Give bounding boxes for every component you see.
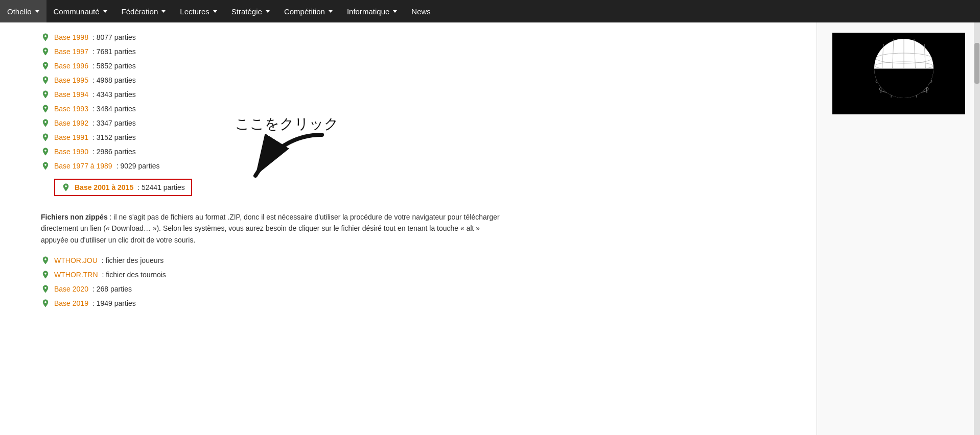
base-link[interactable]: Base 1977 à 1989 — [54, 162, 112, 170]
list-item: Base 1993: 3484 parties — [41, 104, 801, 113]
list-item: Base 1995: 4968 parties — [41, 76, 801, 85]
base-link[interactable]: Base 1995 — [54, 76, 88, 84]
list-item: Base 1996: 5852 parties — [41, 61, 801, 70]
base-text: : 4343 parties — [92, 90, 136, 99]
list-item: Base 1990: 2986 parties — [41, 147, 801, 156]
nav-label: Compétition — [284, 7, 325, 16]
base-link[interactable]: Base 1991 — [54, 133, 88, 141]
base-link[interactable]: Base 1998 — [54, 33, 88, 41]
nav-item-comp-tition[interactable]: Compétition — [277, 0, 340, 22]
base-link[interactable]: Base 1994 — [54, 90, 88, 99]
main-navigation: OthelloCommunautéFédérationLecturesStrat… — [0, 0, 980, 22]
pin-icon — [41, 61, 50, 70]
base-link[interactable]: Base 2019 — [54, 299, 88, 307]
pin-icon — [41, 284, 50, 294]
description-text: Fichiers non zippés : il ne s'agit pas d… — [41, 211, 501, 246]
base-2001-2015-link[interactable]: Base 2001 à 2015 — [75, 183, 133, 191]
nav-label: Informatique — [347, 7, 389, 16]
pin-icon — [41, 118, 50, 128]
list-item: Base 1991: 3152 parties — [41, 133, 801, 142]
list-item: Base 2020: 268 parties — [41, 284, 801, 294]
base-text: : 5852 parties — [92, 62, 136, 70]
base-text: : 9029 parties — [116, 162, 160, 170]
nav-item-strat-gie[interactable]: Stratégie — [224, 0, 277, 22]
sidebar-image — [832, 33, 965, 114]
description-strong: Fichiers non zippés — [41, 213, 108, 221]
list-item: Base 1992: 3347 parties — [41, 118, 801, 128]
base-link[interactable]: Base 1990 — [54, 148, 88, 156]
list-item: Base 1997: 7681 parties — [41, 47, 801, 56]
nav-item-lectures[interactable]: Lectures — [173, 0, 224, 22]
base-link[interactable]: Base 1992 — [54, 119, 88, 127]
scrollbar-thumb[interactable] — [974, 43, 979, 84]
pin-icon — [41, 299, 50, 308]
pin-icon — [41, 104, 50, 113]
list-item: Base 1994: 4343 parties — [41, 90, 801, 99]
pin-icon — [41, 161, 50, 171]
pin-icon — [41, 90, 50, 99]
base-link[interactable]: Base 2020 — [54, 285, 88, 293]
nav-item-communaut-[interactable]: Communauté — [46, 0, 114, 22]
base-text: : 4968 parties — [92, 76, 136, 84]
scrollbar[interactable] — [974, 22, 980, 435]
base-link[interactable]: WTHOR.JOU — [54, 256, 98, 264]
base-text: : 3484 parties — [92, 105, 136, 113]
list-item: WTHOR.JOU: fichier des joueurs — [41, 256, 801, 265]
list-item: WTHOR.TRN: fichier des tournois — [41, 270, 801, 279]
nav-label: Stratégie — [231, 7, 262, 16]
base-2001-2015-text: : 52441 parties — [137, 183, 185, 191]
base-text: : 268 parties — [92, 285, 132, 293]
caret-icon — [35, 10, 39, 13]
annotation-area: ここをクリック Base 2001 à 2015 : 52441 parties — [41, 176, 801, 199]
description-rest: : il ne s'agit pas de fichiers au format… — [41, 213, 500, 244]
svg-rect-14 — [934, 33, 950, 114]
pin-icon — [41, 256, 50, 265]
list-item: Base 1977 à 1989: 9029 parties — [41, 161, 801, 171]
base-text: : fichier des tournois — [102, 271, 166, 279]
nav-label: Communauté — [54, 7, 100, 16]
pin-icon — [41, 147, 50, 156]
pin-icon — [41, 33, 50, 42]
base-link[interactable]: Base 1993 — [54, 105, 88, 113]
pin-icon — [41, 76, 50, 85]
othello-logo — [848, 33, 950, 114]
highlighted-base-item[interactable]: Base 2001 à 2015 : 52441 parties — [54, 179, 192, 196]
nav-item-news[interactable]: News — [404, 0, 438, 22]
base-list-bottom: WTHOR.JOU: fichier des joueursWTHOR.TRN:… — [41, 256, 801, 308]
caret-icon — [393, 10, 397, 13]
nav-item-informatique[interactable]: Informatique — [340, 0, 404, 22]
base-link[interactable]: WTHOR.TRN — [54, 271, 98, 279]
caret-icon — [329, 10, 333, 13]
nav-label: News — [411, 7, 431, 16]
list-item: Base 1998: 8077 parties — [41, 33, 801, 42]
list-item: Base 2019: 1949 parties — [41, 299, 801, 308]
base-text: : fichier des joueurs — [102, 256, 164, 264]
caret-icon — [103, 10, 107, 13]
sidebar — [816, 22, 980, 435]
base-text: : 2986 parties — [92, 148, 136, 156]
nav-label: Lectures — [180, 7, 209, 16]
pin-icon — [41, 133, 50, 142]
base-list-top: Base 1998: 8077 partiesBase 1997: 7681 p… — [41, 33, 801, 171]
base-link[interactable]: Base 1997 — [54, 47, 88, 56]
base-link[interactable]: Base 1996 — [54, 62, 88, 70]
base-text: : 1949 parties — [92, 299, 136, 307]
main-content: Base 1998: 8077 partiesBase 1997: 7681 p… — [0, 22, 816, 435]
base-text: : 7681 parties — [92, 47, 136, 56]
pin-icon — [41, 270, 50, 279]
nav-item-f-d-ration[interactable]: Fédération — [114, 0, 173, 22]
pin-icon — [61, 183, 71, 192]
pin-icon — [41, 47, 50, 56]
nav-label: Fédération — [122, 7, 158, 16]
caret-icon — [266, 10, 270, 13]
caret-icon — [161, 10, 166, 13]
caret-icon — [213, 10, 217, 13]
base-text: : 3347 parties — [92, 119, 136, 127]
base-text: : 3152 parties — [92, 133, 136, 141]
nav-label: Othello — [7, 7, 32, 16]
base-text: : 8077 parties — [92, 33, 136, 41]
nav-item-othello[interactable]: Othello — [0, 0, 46, 22]
